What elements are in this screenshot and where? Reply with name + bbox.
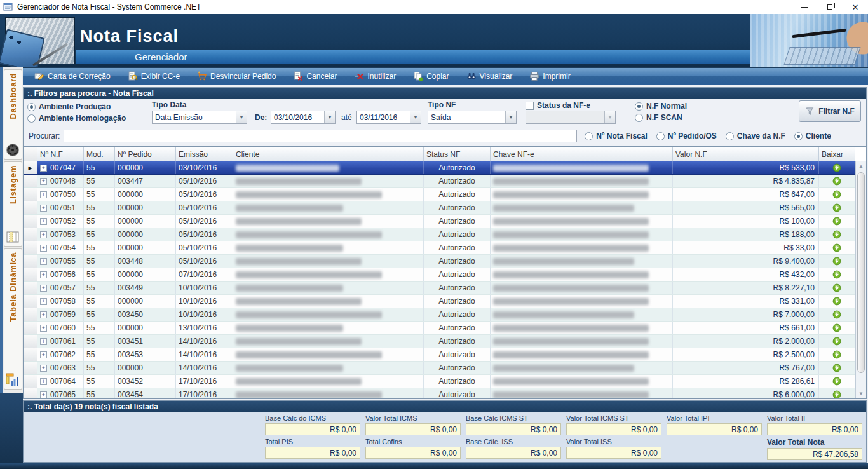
sidebar-tab-tabela-dinamica[interactable]: Tabela Dinâmica [4, 248, 22, 390]
tipo-nf-select[interactable]: Saída ▼ [428, 111, 517, 124]
grid-header-valor-n-f[interactable]: Valor N.F [673, 147, 819, 161]
grid-header-n-n-f[interactable]: Nº N.F [37, 147, 84, 161]
table-row[interactable]: ▶+0070475500000003/10/2016AutorizadoR$ 5… [24, 161, 855, 175]
download-icon[interactable] [832, 257, 841, 266]
procurar-input[interactable] [64, 130, 577, 142]
table-row[interactable]: +0070535500000005/10/2016AutorizadoR$ 18… [24, 228, 855, 241]
table-row[interactable]: +0070635500000014/10/2016AutorizadoR$ 76… [24, 362, 855, 375]
nf-modo-radio-n-f-normal[interactable]: N.F Normal [635, 102, 687, 111]
expand-plus-icon[interactable]: + [40, 271, 47, 278]
status-nfe-checkbox[interactable]: Status da NF-e [526, 101, 590, 110]
restore-button[interactable] [817, 0, 843, 14]
scroll-up-arrow-icon[interactable]: ▲ [856, 161, 866, 171]
expand-plus-icon[interactable]: + [40, 205, 47, 212]
toolbar-button-exibir-cce[interactable]: Exibir CC-e [128, 71, 180, 81]
download-icon[interactable] [832, 243, 841, 252]
close-button[interactable]: ✕ [843, 0, 868, 14]
table-row[interactable]: +0070485500344705/10/2016AutorizadoR$ 4.… [24, 175, 855, 188]
table-row[interactable]: +0070655500345417/10/2016AutorizadoR$ 6.… [24, 388, 855, 399]
scroll-down-arrow-icon[interactable]: ▼ [856, 389, 866, 398]
table-row[interactable]: +0070565500000007/10/2016AutorizadoR$ 43… [24, 268, 855, 282]
expand-plus-icon[interactable]: + [40, 378, 47, 385]
expand-plus-icon[interactable]: + [40, 391, 47, 398]
table-row[interactable]: +0070545500000005/10/2016AutorizadoR$ 33… [24, 241, 855, 255]
vertical-scrollbar[interactable]: ▲ ▼ [855, 161, 866, 398]
expand-plus-icon[interactable]: + [40, 298, 47, 305]
ambiente-radio-ambiente-produ-o[interactable]: Ambiente Produção [27, 102, 126, 111]
expand-plus-icon[interactable]: + [40, 191, 47, 198]
toolbar-button-cancelar[interactable]: Cancelar [293, 71, 337, 81]
expand-plus-icon[interactable]: + [40, 365, 47, 372]
grid-header-chave-nf-e[interactable]: Chave NF-e [491, 147, 673, 161]
download-icon[interactable] [832, 377, 841, 386]
grid-header-emiss-o[interactable]: Emissão [176, 147, 233, 161]
nf-modo-radio-n-f-scan[interactable]: N.F SCAN [635, 113, 687, 122]
cell-emissao: 10/10/2016 [176, 282, 233, 294]
toolbar-button-visualizar[interactable]: Visualizar [466, 71, 513, 81]
download-icon[interactable] [832, 310, 841, 319]
download-icon[interactable] [832, 364, 841, 372]
grid-header-status-nf[interactable]: Status NF [424, 147, 491, 161]
search-by-radio-n-pedido-os[interactable]: Nº Pedido/OS [656, 132, 717, 140]
table-row[interactable]: +0070525500000005/10/2016AutorizadoR$ 10… [24, 215, 855, 228]
cell-nf: +007057 [37, 282, 84, 294]
toolbar-button-copiar[interactable]: Copiar [413, 71, 449, 81]
scrollbar-thumb[interactable] [857, 172, 865, 373]
toolbar-button-desvincular-pedido[interactable]: Desvincular Pedido [197, 71, 276, 81]
data-de-select[interactable]: 03/10/2016 ▼ [271, 111, 336, 124]
grid-header-cliente[interactable]: Cliente [233, 147, 424, 161]
table-row[interactable]: +0070645500345217/10/2016AutorizadoR$ 28… [24, 375, 855, 388]
table-row[interactable]: +0070615500345114/10/2016AutorizadoR$ 2.… [24, 335, 855, 348]
expand-plus-icon[interactable]: + [40, 351, 47, 358]
download-icon[interactable] [832, 350, 841, 359]
expand-plus-icon[interactable]: + [40, 245, 47, 252]
search-by-radio-n-nota-fiscal[interactable]: Nº Nota Fiscal [585, 132, 647, 140]
cell-mod: 55 [84, 188, 115, 201]
table-row[interactable]: +0070595500345010/10/2016AutorizadoR$ 7.… [24, 308, 855, 322]
download-icon[interactable] [832, 390, 841, 399]
filtrar-nf-button[interactable]: Filtrar N.F [799, 100, 861, 122]
expand-plus-icon[interactable]: + [40, 218, 47, 225]
download-icon[interactable] [832, 190, 841, 199]
table-row[interactable]: +0070555500344805/10/2016AutorizadoR$ 9.… [24, 255, 855, 268]
search-by-radio-chave-da-n-f[interactable]: Chave da N.F [726, 132, 785, 140]
search-by-radio-cliente[interactable]: Cliente [794, 132, 831, 140]
expand-plus-icon[interactable]: + [40, 338, 47, 345]
grid-header-mod-[interactable]: Mod. [84, 147, 115, 161]
expand-plus-icon[interactable]: + [40, 325, 47, 332]
download-icon[interactable] [832, 217, 841, 226]
expand-plus-icon[interactable]: + [40, 178, 47, 185]
grid-header-baixar[interactable]: Baixar [819, 147, 855, 161]
download-icon[interactable] [832, 270, 841, 279]
download-icon[interactable] [832, 323, 841, 332]
expand-plus-icon[interactable]: + [40, 165, 47, 172]
toolbar-button-inutilizar[interactable]: Inutilizar [354, 71, 396, 81]
download-icon[interactable] [832, 230, 841, 239]
table-row[interactable]: +0070605500000013/10/2016AutorizadoR$ 66… [24, 322, 855, 335]
download-icon[interactable] [832, 177, 841, 186]
sidebar-tab-dashboard[interactable]: Dashboard [4, 69, 22, 160]
download-icon[interactable] [832, 203, 841, 212]
tipo-data-select[interactable]: Data Emissão ▼ [152, 111, 247, 124]
cell-valor: R$ 432,00 [673, 268, 819, 281]
minimize-button[interactable] [792, 0, 817, 14]
table-row[interactable]: +0070625500345314/10/2016AutorizadoR$ 2.… [24, 348, 855, 362]
table-row[interactable]: +0070515500000005/10/2016AutorizadoR$ 56… [24, 201, 855, 215]
download-icon[interactable] [832, 163, 841, 172]
expand-plus-icon[interactable]: + [40, 311, 47, 318]
download-icon[interactable] [832, 283, 841, 292]
toolbar-button-imprimir[interactable]: Imprimir [529, 71, 570, 81]
sidebar-tab-listagem[interactable]: Listagem [4, 161, 22, 247]
table-row[interactable]: +0070505500000005/10/2016AutorizadoR$ 64… [24, 188, 855, 201]
expand-plus-icon[interactable]: + [40, 231, 47, 238]
download-icon[interactable] [832, 337, 841, 346]
expand-plus-icon[interactable]: + [40, 285, 47, 292]
table-row[interactable]: +0070575500344910/10/2016AutorizadoR$ 8.… [24, 282, 855, 295]
expand-plus-icon[interactable]: + [40, 258, 47, 265]
data-ate-select[interactable]: 03/11/2016 ▼ [356, 111, 421, 124]
ambiente-radio-ambiente-homologa-o[interactable]: Ambiente Homologação [27, 114, 126, 123]
toolbar-button-carta-de-correcao[interactable]: Carta de Correção [34, 71, 111, 81]
download-icon[interactable] [832, 297, 841, 306]
grid-header-n-pedido[interactable]: Nº Pedido [115, 147, 176, 161]
table-row[interactable]: +0070585500000010/10/2016AutorizadoR$ 33… [24, 295, 855, 308]
